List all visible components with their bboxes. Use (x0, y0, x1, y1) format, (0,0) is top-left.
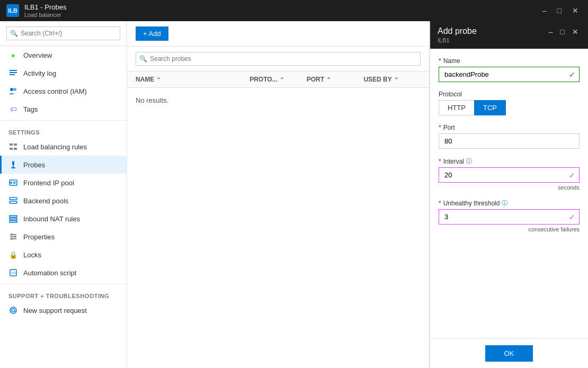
right-panel: Add probe ILB1 – □ ✕ * Name ✓ (429, 21, 588, 368)
protocol-tcp-button[interactable]: TCP (474, 100, 506, 115)
port-input[interactable] (439, 133, 580, 149)
svg-point-30 (12, 309, 15, 312)
backend-pools-icon (8, 196, 18, 205)
col-header-name[interactable]: NAME ⌃ (136, 76, 250, 83)
right-panel-title: Add probe (438, 26, 477, 36)
interval-required-star: * (439, 158, 441, 165)
svg-point-24 (11, 234, 13, 236)
probes-icon (8, 160, 18, 169)
no-results-text: No results. (136, 96, 168, 104)
sidebar-item-frontend-ip[interactable]: Frontend IP pool (0, 174, 127, 192)
sidebar-search-icon: 🔍 (10, 30, 18, 37)
svg-rect-19 (10, 218, 17, 220)
minimize-button[interactable]: – (539, 5, 550, 16)
interval-info-icon[interactable]: ⓘ (466, 157, 472, 165)
right-panel-title-group: Add probe ILB1 (438, 26, 477, 43)
port-input-wrap (439, 133, 580, 149)
svg-rect-20 (10, 221, 17, 222)
svg-rect-2 (10, 74, 15, 75)
protocol-http-button[interactable]: HTTP (439, 100, 474, 115)
sidebar-item-lb-rules[interactable]: Load balancing rules (0, 138, 127, 156)
content-area: + Add 🔍 NAME ⌃ PROTO... ⌃ PORT ⌃ USED BY (127, 21, 429, 368)
sidebar-divider-1 (0, 120, 127, 121)
ok-button[interactable]: OK (485, 345, 533, 362)
name-input[interactable] (439, 67, 580, 82)
sidebar-item-probes[interactable]: Probes (0, 156, 127, 174)
support-section-label: SUPPORT + TROUBLESHOOTING (0, 286, 127, 301)
automation-icon: </> (8, 268, 18, 277)
sort-icon-proto: ⌃ (280, 77, 284, 83)
interval-field: * Interval ⓘ ✓ seconds (439, 157, 580, 191)
interval-hint: seconds (439, 184, 580, 191)
unhealthy-input[interactable] (439, 209, 580, 225)
sidebar-item-locks[interactable]: 🔒 Locks (0, 246, 127, 264)
sidebar-item-inbound-nat[interactable]: Inbound NAT rules (0, 210, 127, 228)
sort-icon-name: ⌃ (156, 77, 161, 83)
svg-rect-7 (10, 148, 13, 150)
col-header-usedby[interactable]: USED BY ⌃ (363, 76, 421, 83)
title-bar: ILB ILB1 - Probes Load balancer – □ ✕ (0, 0, 588, 21)
panel-minimize-button[interactable]: – (547, 26, 555, 37)
close-button[interactable]: ✕ (569, 5, 582, 16)
svg-rect-0 (10, 70, 17, 71)
sidebar-item-support[interactable]: New support request (0, 301, 127, 319)
sidebar-item-backend-pools[interactable]: Backend pools (0, 192, 127, 210)
interval-label: * Interval ⓘ (439, 157, 580, 165)
sidebar-item-label-access: Access control (IAM) (23, 87, 87, 95)
protocol-label: Protocol (439, 91, 580, 98)
interval-input-wrap: ✓ (439, 167, 580, 183)
sidebar-item-label-frontend: Frontend IP pool (23, 179, 74, 187)
svg-rect-5 (10, 143, 13, 146)
panel-close-button[interactable]: ✕ (570, 26, 581, 37)
sidebar-item-activity-log[interactable]: Activity log (0, 64, 127, 82)
probes-search-input[interactable] (136, 52, 421, 66)
sidebar-item-label-automation: Automation script (23, 269, 76, 277)
svg-rect-18 (10, 216, 17, 217)
sidebar-item-automation[interactable]: </> Automation script (0, 264, 127, 282)
sidebar-item-label-nat: Inbound NAT rules (23, 215, 80, 223)
table-body: No results. (127, 88, 429, 113)
window-controls: – □ ✕ (539, 5, 582, 16)
name-valid-icon: ✓ (569, 70, 575, 79)
locks-icon: 🔒 (8, 250, 18, 259)
unhealthy-hint: consecutive failures (439, 226, 580, 232)
svg-rect-9 (12, 161, 14, 165)
right-panel-subtitle: ILB1 (438, 37, 477, 43)
lb-rules-icon (8, 142, 18, 151)
tags-icon: 🏷 (8, 104, 18, 114)
maximize-button[interactable]: □ (554, 5, 565, 16)
access-control-icon (8, 86, 18, 96)
sidebar-item-label-support: New support request (23, 307, 87, 315)
unhealthy-input-wrap: ✓ (439, 209, 580, 225)
port-field: * Port (439, 124, 580, 149)
app-title: ILB1 - Probes (24, 3, 67, 11)
svg-point-26 (11, 238, 13, 240)
content-search-wrap: 🔍 (136, 52, 421, 66)
sidebar-item-overview[interactable]: ● Overview (0, 46, 127, 64)
sidebar-item-tags[interactable]: 🏷 Tags (0, 100, 127, 118)
protocol-buttons: HTTP TCP (439, 100, 580, 115)
table-header: NAME ⌃ PROTO... ⌃ PORT ⌃ USED BY ⌃ (127, 71, 429, 88)
unhealthy-info-icon[interactable]: ⓘ (502, 199, 507, 207)
right-panel-controls: – □ ✕ (547, 26, 581, 37)
sidebar-item-properties[interactable]: Properties (0, 228, 127, 246)
svg-point-25 (14, 236, 16, 238)
col-header-proto[interactable]: PROTO... ⌃ (250, 76, 307, 83)
right-panel-header: Add probe ILB1 – □ ✕ (430, 21, 588, 49)
protocol-field: Protocol HTTP TCP (439, 91, 580, 115)
svg-rect-14 (13, 182, 16, 183)
sidebar-search-input[interactable] (6, 26, 120, 40)
sidebar-item-label-overview: Overview (23, 51, 52, 59)
properties-icon (8, 232, 18, 241)
interval-input[interactable] (439, 167, 580, 183)
col-header-port[interactable]: PORT ⌃ (307, 76, 364, 83)
add-button[interactable]: + Add (136, 26, 168, 41)
sidebar-item-access-control[interactable]: Access control (IAM) (0, 82, 127, 100)
sidebar-item-label-probes: Probes (23, 161, 45, 169)
svg-point-4 (13, 88, 16, 91)
port-required-star: * (439, 124, 441, 131)
sidebar-item-label-backend: Backend pools (23, 197, 68, 205)
unhealthy-required-star: * (439, 200, 441, 207)
sort-icon-port: ⌃ (326, 77, 331, 83)
panel-maximize-button[interactable]: □ (558, 26, 567, 37)
